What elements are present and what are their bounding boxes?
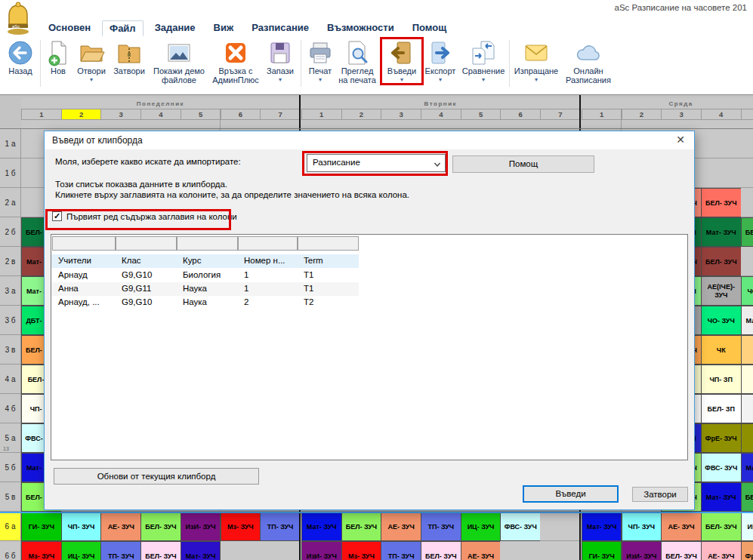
period-header[interactable]: 4 — [140, 109, 181, 120]
timetable-cell[interactable] — [741, 394, 753, 423]
period-header[interactable]: 7 — [260, 109, 301, 120]
period-header[interactable]: 1 — [582, 109, 622, 120]
timetable-cell[interactable]: ТП- ЗУЧ — [381, 541, 421, 560]
menu-tab[interactable]: Помощ — [406, 20, 453, 36]
timetable-cell[interactable]: БЕЛ- ЗУЧ — [140, 512, 181, 541]
menu-tab[interactable]: Разписание — [245, 20, 316, 36]
timetable-cell[interactable]: Мат- ЗУЧ — [701, 217, 742, 247]
timetable-cell[interactable]: ЧО- ЗУЧ — [741, 276, 753, 306]
column-label[interactable]: Term — [304, 256, 323, 265]
period-header[interactable]: 6 — [221, 109, 261, 120]
column-header-box[interactable] — [238, 236, 298, 251]
timetable-cell[interactable]: ФрЕ- ЗУЧ — [741, 541, 753, 560]
period-header[interactable]: 5 — [461, 109, 501, 120]
timetable-cell[interactable]: АЕ- ЗУЧ — [461, 541, 501, 560]
timetable-cell[interactable]: АЕ- ЗУЧ — [100, 512, 141, 541]
toolbar-button-compare[interactable]: Сравнение▾ — [460, 38, 507, 83]
timetable-cell[interactable]: БЕЛ- ЗУЧ — [701, 247, 742, 276]
toolbar-button-send[interactable]: Изпращане▾ — [512, 38, 560, 83]
timetable-cell[interactable]: АЕ(IЧЕ)- ЗУЧ — [701, 276, 742, 306]
timetable-cell[interactable]: Мат- ЗУЧ — [741, 453, 753, 482]
timetable-cell[interactable]: ИЦ- ЗУЧ — [461, 512, 501, 541]
timetable-cell[interactable] — [701, 129, 742, 158]
menu-tab[interactable]: Основен — [42, 20, 97, 36]
timetable-cell[interactable]: БЕЛ- ЗУЧ — [661, 541, 702, 560]
toolbar-button-cloud[interactable]: ОнлайнРазписания — [560, 38, 616, 85]
period-header[interactable]: 3 — [661, 109, 702, 120]
timetable-cell[interactable]: ЧП- ЗУЧ — [61, 512, 102, 541]
timetable-cell[interactable]: ЧК — [701, 335, 742, 365]
timetable-cell[interactable]: ИЦ- ЗУЧ — [741, 512, 753, 541]
toolbar-button-import[interactable]: Въведи▾ — [383, 38, 421, 83]
period-header[interactable]: 7 — [540, 109, 581, 120]
period-header[interactable]: 5 — [181, 109, 221, 120]
timetable-cell[interactable]: ИЦ- ЗУЧ — [61, 541, 102, 560]
refresh-from-clipboard-button[interactable]: Обнови от текущия клипборд — [54, 468, 259, 485]
timetable-cell[interactable]: БЕЛ- ЗУЧ — [701, 512, 742, 541]
timetable-cell[interactable] — [540, 512, 581, 541]
column-label[interactable]: Курс — [183, 256, 201, 265]
column-label[interactable]: Учители — [58, 256, 91, 265]
timetable-cell[interactable]: Мз- ЗУЧ — [341, 541, 382, 560]
timetable-cell[interactable]: ТП- ЗУЧ — [260, 512, 301, 541]
timetable-cell[interactable]: Мат- ЗУЧ — [301, 512, 342, 541]
column-label[interactable]: Клас — [122, 256, 141, 265]
timetable-cell[interactable] — [260, 541, 301, 560]
period-header[interactable]: 3 — [381, 109, 421, 120]
table-row[interactable]: АрнаудG9,G10Биология1T1 — [51, 269, 359, 282]
column-header-box[interactable] — [116, 236, 177, 251]
period-header[interactable]: 6 — [500, 109, 541, 120]
timetable-cell[interactable]: БЕЛ- ЗУЧ — [741, 217, 753, 247]
timetable-cell[interactable]: ФВС- ЗУЧ — [701, 453, 742, 482]
timetable-cell[interactable]: БЕЛ- ЗУЧ — [140, 541, 181, 560]
toolbar-button-back[interactable]: Назад — [3, 38, 38, 75]
timetable-cell[interactable] — [741, 129, 753, 158]
timetable-cell[interactable]: Мат- ЗУЧ — [741, 306, 753, 335]
period-header[interactable]: 2 — [341, 109, 382, 120]
timetable-cell[interactable] — [741, 335, 753, 365]
period-header[interactable]: 2 — [61, 109, 102, 120]
timetable-cell[interactable]: БЕЛ- ЗУЧ — [421, 541, 461, 560]
table-row[interactable]: Арнауд, ...G9,G10Наука2T2 — [51, 296, 359, 309]
toolbar-button-open[interactable]: Отвори▾ — [73, 38, 110, 83]
timetable-cell[interactable]: Мз- ЗУЧ — [221, 512, 261, 541]
timetable-cell[interactable]: Мат- ЗУЧ — [181, 541, 221, 560]
column-header-box[interactable] — [52, 236, 116, 251]
period-header[interactable]: 1 — [301, 109, 342, 120]
timetable-cell[interactable]: ГИ- ЗУЧ — [21, 512, 62, 541]
app-logo[interactable]: aSc — [3, 1, 33, 35]
table-row[interactable]: АннаG9,G11Наука1T1 — [51, 282, 359, 296]
column-label[interactable]: Номер н... — [244, 256, 285, 265]
toolbar-button-export[interactable]: Експорт▾ — [421, 38, 460, 83]
timetable-cell[interactable]: ФВС- ЗУЧ — [500, 512, 541, 541]
timetable-cell[interactable]: АЕ- ЗУЧ — [381, 512, 421, 541]
timetable-cell[interactable]: ГИ- ЗУЧ — [582, 541, 622, 560]
toolbar-button-print[interactable]: Печат▾ — [304, 38, 337, 83]
timetable-cell[interactable]: Мз- ЗУЧ — [21, 541, 62, 560]
timetable-cell[interactable]: АЕ- ЗУЧ — [701, 541, 742, 560]
period-header[interactable]: 4 — [421, 109, 461, 120]
timetable-cell[interactable]: ФрЕ- ЗУЧ — [701, 423, 742, 453]
timetable-cell[interactable]: ЧП- ЗУЧ — [622, 512, 662, 541]
period-header[interactable]: 1 — [21, 109, 62, 120]
clipboard-data-list[interactable]: УчителиКласКурсНомер н...TermАрнаудG9,G1… — [51, 234, 688, 460]
import-type-dropdown[interactable]: Разписание — [307, 154, 446, 172]
menu-tab[interactable]: Файл — [102, 20, 144, 36]
timetable-cell[interactable]: Мат- ЗУЧ — [582, 512, 622, 541]
timetable-cell[interactable]: АЕ- ЗУЧ — [661, 512, 702, 541]
first-row-headers-checkbox[interactable]: ✓ — [52, 211, 62, 221]
toolbar-button-closef[interactable]: Затвори — [110, 38, 149, 75]
dialog-close-icon[interactable]: ✕ — [674, 134, 687, 146]
timetable-cell[interactable] — [741, 158, 753, 188]
timetable-cell[interactable]: ЧП- ЗП — [701, 365, 742, 394]
timetable-cell[interactable]: БЕЛ- ЗУЧ — [741, 482, 753, 512]
timetable-cell[interactable] — [741, 423, 753, 453]
timetable-cell[interactable] — [741, 247, 753, 276]
menu-tab[interactable]: Възможности — [320, 20, 401, 36]
column-header-box[interactable] — [298, 236, 359, 251]
timetable-cell[interactable]: ИзИ- ЗУЧ — [301, 541, 342, 560]
timetable-cell[interactable] — [221, 541, 261, 560]
import-button[interactable]: Въведи — [523, 485, 619, 503]
period-header[interactable]: 5 — [741, 109, 753, 120]
timetable-cell[interactable]: ИзИ- ЗУЧ — [622, 541, 662, 560]
